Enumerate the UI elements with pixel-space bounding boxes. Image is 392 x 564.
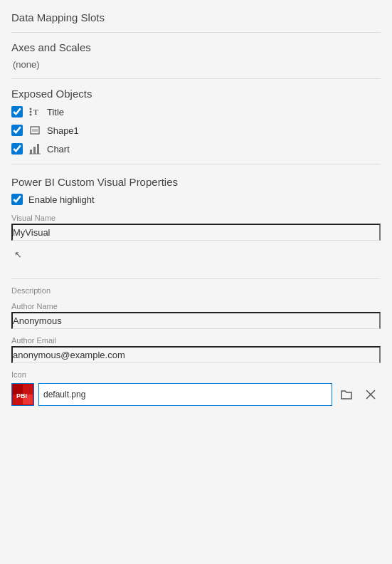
icon-open-button[interactable] — [337, 385, 356, 404]
exposed-object-shape1-row: Shape1 — [11, 124, 381, 137]
exposed-objects-section: Exposed Objects T Title — [11, 88, 381, 155]
axes-scales-section: Axes and Scales (none) — [11, 41, 381, 70]
icon-filename-input[interactable] — [38, 383, 332, 406]
exposed-object-title-checkbox[interactable] — [11, 106, 23, 118]
exposed-object-title-row: T Title — [11, 105, 381, 118]
icon-field-row: PBI — [11, 383, 381, 406]
author-name-input[interactable] — [11, 312, 381, 329]
description-group: ↖ Description — [11, 244, 381, 295]
author-email-input[interactable] — [11, 346, 381, 363]
visual-name-group: Visual Name — [11, 214, 381, 241]
enable-highlight-label: Enable highlight — [28, 194, 95, 205]
svg-rect-7 — [33, 147, 36, 154]
author-name-label: Author Name — [11, 302, 381, 310]
svg-text:T: T — [33, 108, 38, 116]
properties-panel: Data Mapping Slots Axes and Scales (none… — [0, 0, 392, 423]
svg-rect-5 — [32, 129, 38, 132]
exposed-object-shape1-checkbox[interactable] — [11, 125, 23, 136]
exposed-object-shape1-label: Shape1 — [47, 125, 79, 136]
icon-label: Icon — [11, 370, 381, 379]
divider-2 — [11, 78, 381, 79]
chart-icon — [28, 142, 41, 155]
icon-thumbnail: PBI — [11, 383, 34, 406]
author-email-label: Author Email — [11, 336, 381, 345]
data-mapping-slots-section: Data Mapping Slots — [11, 11, 381, 24]
divider-3 — [11, 164, 381, 164]
author-email-group: Author Email — [11, 336, 381, 363]
visual-name-input[interactable] — [11, 224, 381, 241]
axes-scales-value: (none) — [13, 59, 381, 70]
enable-highlight-checkbox[interactable] — [11, 194, 23, 205]
icon-group: Icon PBI — [11, 370, 381, 406]
svg-rect-8 — [37, 144, 39, 154]
svg-point-0 — [30, 108, 32, 110]
divider-1 — [11, 32, 381, 33]
exposed-object-title-label: Title — [47, 107, 64, 118]
power-bi-section: Power BI Custom Visual Properties Enable… — [11, 176, 381, 406]
svg-point-1 — [30, 111, 32, 113]
cursor-icon: ↖ — [14, 249, 22, 260]
svg-rect-6 — [30, 150, 32, 154]
data-mapping-slots-title: Data Mapping Slots — [11, 11, 381, 24]
axes-scales-title: Axes and Scales — [11, 41, 381, 53]
exposed-objects-title: Exposed Objects — [11, 88, 381, 100]
visual-name-label: Visual Name — [11, 214, 381, 222]
svg-point-2 — [30, 114, 32, 116]
power-bi-title: Power BI Custom Visual Properties — [11, 176, 381, 188]
exposed-object-chart-checkbox[interactable] — [11, 143, 23, 155]
description-label: Description — [11, 286, 381, 295]
author-name-group: Author Name — [11, 302, 381, 329]
title-icon: T — [28, 105, 41, 118]
enable-highlight-row: Enable highlight — [11, 194, 381, 205]
icon-clear-button[interactable] — [361, 385, 381, 404]
svg-text:PBI: PBI — [16, 392, 27, 400]
exposed-object-chart-row: Chart — [11, 142, 381, 155]
exposed-object-chart-label: Chart — [47, 144, 70, 155]
shape-icon — [28, 124, 41, 137]
